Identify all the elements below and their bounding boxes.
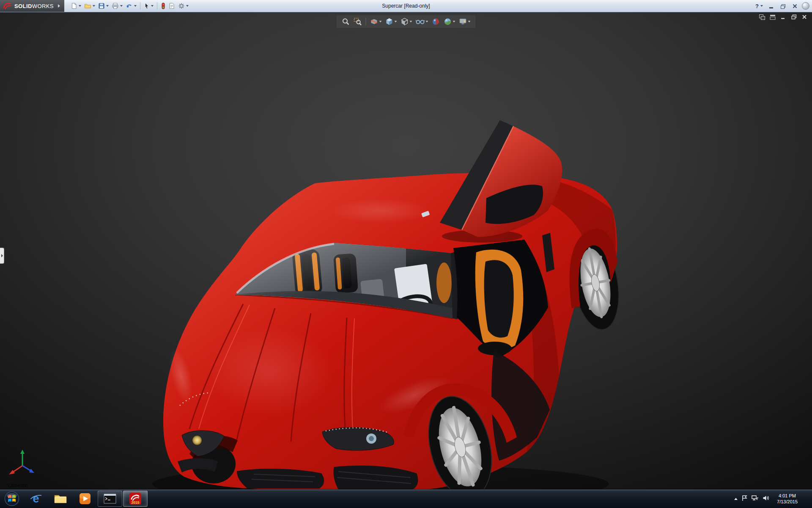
zoom-to-area-button[interactable] bbox=[353, 17, 363, 27]
minimize-button[interactable] bbox=[766, 2, 776, 10]
select-cursor-icon bbox=[144, 3, 150, 9]
display-style-button[interactable] bbox=[400, 17, 413, 27]
brand-text: SOLIDWORKS bbox=[14, 3, 54, 9]
taskbar-command-window-button[interactable] bbox=[98, 491, 122, 507]
restore-icon bbox=[781, 4, 785, 8]
restore-document-button[interactable] bbox=[790, 14, 797, 20]
new-document-icon bbox=[71, 3, 77, 9]
windows-explorer-folder-icon bbox=[54, 493, 67, 504]
clock-time: 4:01 PM bbox=[779, 493, 796, 498]
view-settings-icon bbox=[459, 17, 467, 26]
open-document-button[interactable] bbox=[83, 1, 96, 11]
file-properties-icon bbox=[169, 3, 175, 9]
select-button[interactable] bbox=[143, 1, 155, 11]
minimize-document-button[interactable] bbox=[780, 14, 787, 20]
save-floppy-icon bbox=[98, 3, 105, 9]
start-button[interactable] bbox=[0, 489, 24, 508]
svg-text:2015: 2015 bbox=[132, 500, 140, 505]
media-player-icon bbox=[79, 493, 91, 505]
cascade-window-button[interactable] bbox=[769, 14, 776, 20]
file-properties-button[interactable] bbox=[167, 1, 176, 11]
cascade-window-icon bbox=[770, 14, 776, 20]
show-hidden-icons-button[interactable] bbox=[734, 498, 738, 500]
edit-appearance-ball-icon bbox=[432, 17, 440, 26]
undo-button[interactable] bbox=[124, 1, 138, 11]
solidworks-window: SOLIDWORKS bbox=[0, 0, 812, 508]
view-settings-button[interactable] bbox=[458, 17, 472, 27]
3d-model-supercar[interactable] bbox=[0, 12, 812, 489]
clock-date: 7/13/2015 bbox=[777, 499, 798, 504]
view-orientation-cube-icon bbox=[385, 17, 394, 26]
solidworks-logo-icon bbox=[3, 2, 12, 10]
document-window-controls bbox=[759, 14, 808, 20]
command-window-icon bbox=[104, 494, 116, 504]
quick-access-toolbar bbox=[69, 1, 190, 11]
printer-icon bbox=[112, 3, 119, 9]
graphics-viewport[interactable]: *Dimetric bbox=[0, 12, 812, 489]
taskbar-media-player-button[interactable] bbox=[73, 491, 97, 507]
open-folder-icon bbox=[84, 3, 91, 9]
view-orientation-label: *Dimetric bbox=[6, 482, 28, 489]
save-button[interactable] bbox=[97, 1, 110, 11]
minimize-document-icon bbox=[781, 14, 786, 19]
zoom-to-fit-icon bbox=[342, 17, 350, 26]
taskbar-explorer-button[interactable] bbox=[49, 491, 72, 507]
taskbar-clock[interactable]: 4:01 PM 7/13/2015 bbox=[773, 493, 801, 505]
display-style-icon bbox=[401, 17, 409, 26]
reference-triad bbox=[7, 447, 38, 478]
system-tray: 4:01 PM 7/13/2015 bbox=[734, 489, 812, 508]
minimize-icon bbox=[769, 7, 773, 8]
solidworks-logo[interactable]: SOLIDWORKS bbox=[0, 0, 64, 12]
close-document-button[interactable] bbox=[801, 14, 808, 20]
solidworks-2015-icon: 2015 bbox=[129, 492, 142, 505]
tile-window-button[interactable] bbox=[759, 14, 765, 20]
restore-document-icon bbox=[791, 14, 797, 19]
edit-appearance-button[interactable] bbox=[431, 17, 441, 27]
taskbar-ie-button[interactable]: e bbox=[24, 491, 48, 507]
zoom-to-fit-button[interactable] bbox=[341, 17, 351, 27]
menu-expand-icon[interactable] bbox=[58, 4, 60, 8]
rebuild-button[interactable] bbox=[159, 1, 167, 11]
zoom-to-area-icon bbox=[354, 17, 362, 26]
taskbar-solidworks-button[interactable]: 2015 bbox=[123, 491, 148, 507]
new-document-button[interactable] bbox=[69, 1, 82, 11]
window-controls: ? bbox=[754, 2, 812, 10]
close-icon bbox=[793, 4, 797, 8]
undo-arrow-icon bbox=[126, 3, 133, 9]
print-button[interactable] bbox=[110, 1, 124, 11]
titlebar: SOLIDWORKS bbox=[0, 0, 812, 12]
headsup-view-toolbar bbox=[337, 15, 476, 28]
internet-explorer-icon: e bbox=[30, 492, 42, 505]
options-button[interactable] bbox=[177, 1, 190, 11]
hide-show-items-button[interactable] bbox=[415, 17, 429, 27]
section-view-button[interactable] bbox=[369, 17, 383, 27]
hide-show-glasses-icon bbox=[416, 17, 425, 26]
tray-network-icon[interactable] bbox=[752, 495, 759, 503]
view-orientation-button[interactable] bbox=[384, 17, 398, 27]
close-button[interactable] bbox=[790, 2, 799, 10]
apply-scene-button[interactable] bbox=[443, 17, 456, 27]
rebuild-icon bbox=[161, 3, 166, 9]
restore-button[interactable] bbox=[778, 2, 787, 10]
feature-panel-flyout-tab[interactable] bbox=[0, 248, 4, 264]
tray-volume-icon[interactable] bbox=[763, 495, 769, 503]
help-button[interactable]: ? bbox=[754, 2, 764, 10]
resources-flyout-icon[interactable] bbox=[802, 2, 809, 10]
tray-action-center-icon[interactable] bbox=[741, 495, 748, 503]
options-gear-icon bbox=[178, 3, 185, 9]
taskbar: e bbox=[0, 489, 812, 508]
tile-window-icon bbox=[759, 14, 765, 20]
section-view-icon bbox=[370, 17, 379, 26]
close-document-icon bbox=[802, 14, 807, 19]
apply-scene-icon bbox=[444, 17, 452, 26]
windows-start-orb-icon bbox=[4, 491, 20, 507]
